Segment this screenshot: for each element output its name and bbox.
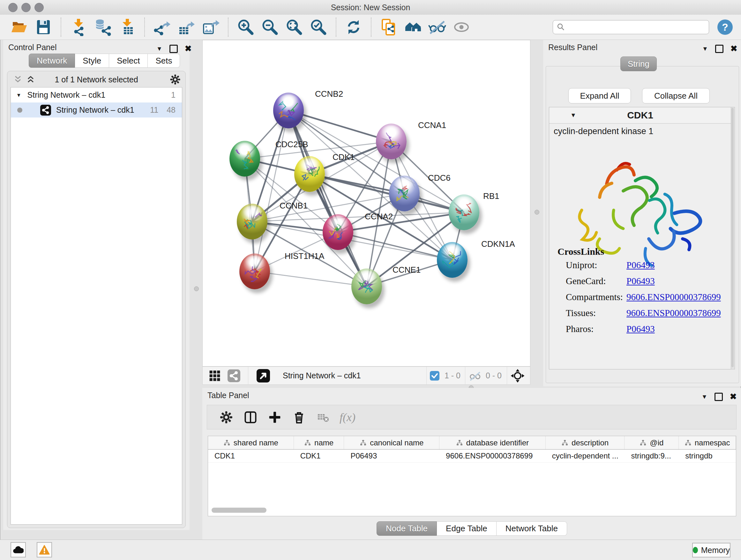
table-cell[interactable]: CDK1 (208, 449, 294, 462)
collapse-all-button[interactable]: Collapse All (642, 88, 710, 104)
open-in-window-icon[interactable] (257, 369, 270, 382)
export-network-button[interactable] (152, 17, 172, 37)
tab-select[interactable]: Select (109, 54, 148, 68)
node-ccna2[interactable] (323, 214, 353, 250)
gene-collapse-icon[interactable]: ▼ (570, 112, 576, 119)
zoom-in-button[interactable] (236, 17, 256, 37)
control-panel-close-icon[interactable]: ✖ (185, 44, 192, 54)
string-home-button[interactable] (403, 17, 423, 37)
node-cdkn1a[interactable] (437, 242, 468, 278)
crosslink-value[interactable]: P06493 (626, 324, 655, 334)
import-table-button[interactable] (117, 17, 137, 37)
expand-all-button[interactable]: Expand All (568, 88, 631, 104)
gene-section-header[interactable]: ▼ CDK1 (549, 107, 731, 124)
table-panel-float-icon[interactable] (715, 393, 723, 401)
node-rb1[interactable] (449, 194, 479, 230)
tab-edge-table[interactable]: Edge Table (437, 521, 496, 536)
tab-network-table[interactable]: Network Table (496, 521, 567, 536)
tab-node-table[interactable]: Node Table (377, 521, 437, 536)
results-panel-float-icon[interactable] (715, 45, 724, 53)
node-gloss (245, 256, 264, 268)
window-zoom-button[interactable] (35, 3, 44, 12)
tab-network[interactable]: Network (29, 54, 75, 68)
column-header-namespac[interactable]: namespac (679, 436, 736, 449)
warning-button[interactable] (37, 542, 52, 557)
function-builder-icon[interactable]: f(x) (337, 407, 358, 428)
tab-sets[interactable]: Sets (148, 54, 180, 68)
node-ccnb1[interactable] (237, 204, 267, 240)
show-eye-button[interactable] (452, 17, 471, 37)
add-column-icon[interactable] (265, 407, 285, 428)
table-cell[interactable]: 9606.ENSP00000378699 (440, 449, 546, 462)
table-cell[interactable]: CDK1 (294, 449, 344, 462)
table-gear-icon[interactable] (216, 407, 237, 428)
zoom-selected-button[interactable] (309, 17, 328, 37)
save-button[interactable] (33, 17, 53, 37)
open-folder-button[interactable] (9, 17, 29, 37)
search-input[interactable] (553, 20, 709, 34)
birdseye-grid-icon[interactable] (208, 369, 221, 382)
cloud-button[interactable] (10, 542, 26, 557)
delete-table-icon[interactable] (313, 407, 333, 428)
memory-button[interactable]: Memory (692, 543, 731, 557)
export-table-button[interactable] (177, 17, 196, 37)
node-ccna1[interactable] (376, 124, 407, 159)
tab-style[interactable]: Style (75, 54, 109, 68)
crosslink-value[interactable]: P06493 (626, 276, 655, 287)
help-button[interactable]: ? (718, 19, 733, 35)
table-cell[interactable]: stringdb:9... (624, 449, 679, 462)
results-panel-menu-icon[interactable]: ▼ (702, 45, 708, 52)
table-hscrollbar[interactable] (212, 508, 266, 513)
column-header-shared-name[interactable]: shared name (208, 436, 294, 449)
zoom-fit-button[interactable] (284, 17, 304, 37)
export-image-button[interactable] (201, 17, 220, 37)
import-database-button[interactable] (93, 17, 113, 37)
crosslink-value[interactable]: P06493 (626, 260, 655, 270)
share-network-icon[interactable] (227, 369, 240, 382)
network-options-gear-icon[interactable] (170, 74, 181, 86)
crosshair-icon[interactable] (510, 368, 525, 383)
network-row[interactable]: String Network – cdk1 11 48 (11, 103, 182, 118)
table-cell[interactable]: cyclin-dependent ... (546, 449, 625, 462)
window-close-button[interactable] (8, 3, 17, 12)
network-canvas[interactable]: CCNB2CCNA1CDC25BCDK1CDC6RB1CCNB1CCNA2CDK… (202, 40, 530, 367)
crosslink-value[interactable]: 9606.ENSP00000378699 (626, 308, 721, 318)
duplicate-network-button[interactable] (379, 17, 399, 37)
collection-expander-icon[interactable]: ▾ (17, 91, 20, 99)
delete-column-trash-icon[interactable] (289, 407, 309, 428)
column-header--id[interactable]: @id (624, 436, 679, 449)
column-header-name[interactable]: name (294, 436, 344, 449)
left-splitter-handle[interactable] (194, 287, 199, 291)
table-panel-close-icon[interactable]: ✖ (730, 392, 737, 401)
import-network-button[interactable] (69, 17, 88, 37)
table-panel-menu-icon[interactable]: ▼ (701, 393, 708, 400)
results-panel-close-icon[interactable]: ✖ (731, 44, 738, 54)
crosslink-value[interactable]: 9606.ENSP00000378699 (626, 292, 721, 302)
right-splitter-handle[interactable] (535, 210, 539, 214)
column-header-database-identifier[interactable]: database identifier (440, 436, 546, 449)
hidden-glasses-icon[interactable] (468, 369, 481, 382)
column-header-description[interactable]: description (546, 436, 625, 449)
tab-string[interactable]: String (620, 57, 657, 71)
selected-checkbox-icon[interactable] (430, 371, 440, 381)
zoom-out-button[interactable] (260, 17, 280, 37)
node-cdc25b[interactable] (229, 141, 260, 177)
node-cdk1[interactable] (294, 156, 325, 192)
control-panel-float-icon[interactable] (170, 45, 178, 53)
hide-glasses-button[interactable] (427, 17, 447, 37)
table-row[interactable]: CDK1CDK1P064939606.ENSP00000378699cyclin… (208, 449, 736, 462)
refresh-button[interactable] (344, 17, 363, 37)
node-ccne1[interactable] (351, 268, 382, 304)
attribute-tree-icon (360, 439, 367, 446)
node-cdc6[interactable] (389, 176, 420, 211)
table-cell[interactable]: P06493 (344, 449, 440, 462)
column-header-canonical-name[interactable]: canonical name (344, 436, 440, 449)
node-ccnb2[interactable] (273, 92, 304, 128)
control-panel-menu-icon[interactable]: ▼ (156, 45, 162, 52)
window-minimize-button[interactable] (21, 3, 30, 12)
table-cell[interactable]: stringdb (679, 449, 736, 462)
network-collection-row[interactable]: ▾ String Network – cdk1 1 (11, 87, 182, 103)
node-hist1h1a[interactable] (239, 253, 270, 289)
show-columns-icon[interactable] (240, 407, 261, 428)
results-scrollbar[interactable] (731, 107, 735, 369)
